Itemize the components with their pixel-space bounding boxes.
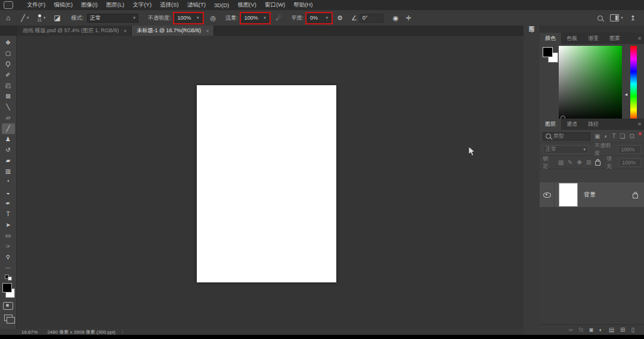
clone-stamp-tool[interactable]: ♟ — [2, 134, 15, 145]
menu-item[interactable]: 选择(S) — [156, 1, 183, 9]
panel-tab[interactable]: 颜色 — [540, 33, 561, 44]
menu-item[interactable]: 文件(F) — [23, 1, 49, 9]
healing-brush-tool[interactable]: ▱ — [2, 113, 15, 123]
home-icon[interactable]: ⌂ — [6, 14, 10, 21]
panel-tab[interactable]: 渐变 — [583, 33, 604, 44]
filter-pixel-layers-icon[interactable]: ▣ — [595, 133, 600, 139]
hand-tool[interactable]: ☞ — [2, 241, 15, 252]
pressure-opacity-icon[interactable]: ◎ — [210, 15, 216, 21]
new-layer-icon[interactable]: ⊞ — [620, 327, 625, 333]
blur-tool[interactable]: ❛ — [2, 177, 15, 188]
rectangular-marquee-tool[interactable]: ▢ — [2, 48, 15, 59]
blend-mode-select[interactable]: 正常 ▾ — [87, 14, 138, 23]
brush-tool[interactable]: ╱ — [2, 123, 15, 134]
menu-item[interactable]: 文字(Y) — [128, 1, 156, 9]
search-icon[interactable] — [597, 15, 603, 21]
brush-size-preview[interactable]: 11 — [37, 14, 41, 22]
gradient-tool[interactable]: ▥ — [2, 166, 15, 177]
smoothing-field[interactable]: 0% ▾ — [307, 14, 331, 23]
lock-paint-icon[interactable]: ✎ — [568, 160, 572, 166]
zoom-level-field[interactable]: 16.67% — [21, 329, 38, 335]
layer-row-background[interactable]: 背景 — [540, 182, 644, 208]
close-icon[interactable]: × — [123, 28, 126, 34]
add-layer-mask-icon[interactable]: ◙ — [590, 327, 593, 333]
panel-tab[interactable]: 通道 — [561, 119, 583, 130]
filter-type-layers-icon[interactable]: T — [612, 133, 616, 139]
visibility-cell[interactable] — [540, 182, 555, 207]
type-tool[interactable]: T — [2, 209, 15, 220]
chevron-down-icon[interactable]: ▾ — [44, 15, 46, 20]
panel-tab[interactable]: 色板 — [561, 33, 583, 44]
symmetry-icon[interactable]: ✛ — [405, 15, 411, 21]
foreground-color-swatch[interactable] — [543, 47, 553, 57]
close-icon[interactable]: × — [206, 28, 209, 34]
filter-shape-layers-icon[interactable]: ❑ — [620, 133, 626, 139]
fill-field[interactable]: 100% — [619, 158, 641, 167]
flow-field[interactable]: 100% ▾ — [242, 14, 269, 23]
share-icon[interactable]: ↥ — [630, 15, 636, 21]
hue-slider[interactable] — [630, 46, 637, 122]
layer-thumbnail[interactable] — [559, 183, 578, 207]
filter-toggle-icon[interactable] — [639, 132, 642, 135]
brush-angle-field[interactable]: 0° — [360, 14, 383, 23]
brush-preset-icon[interactable]: ╱ — [21, 15, 25, 21]
link-layers-icon[interactable]: ∞ — [569, 327, 573, 333]
chevron-down-icon[interactable]: ▾ — [27, 15, 29, 20]
lock-all-icon[interactable] — [595, 161, 600, 166]
foreground-color-swatch[interactable] — [2, 283, 12, 293]
menu-item[interactable]: 图层(L) — [102, 1, 129, 9]
menu-item[interactable]: 滤镜(T) — [183, 1, 210, 9]
airbrush-icon[interactable]: ☄ — [276, 15, 282, 21]
document-canvas[interactable] — [197, 85, 336, 282]
history-brush-tool[interactable]: ↺ — [2, 145, 15, 155]
lock-artboard-icon[interactable]: ⊞ — [586, 160, 591, 166]
eraser-tool[interactable]: ▰ — [2, 155, 15, 166]
layer-filter-select[interactable]: 类型 — [543, 132, 590, 141]
panel-tab[interactable]: 图层 — [540, 119, 561, 130]
character-panel-icon[interactable]: A — [524, 26, 540, 33]
menu-item[interactable]: 窗口(W) — [261, 1, 289, 9]
delete-layer-icon[interactable]: ▯ — [631, 327, 634, 333]
panel-tab[interactable]: 图案 — [604, 33, 626, 44]
quick-selection-tool[interactable]: ✐ — [2, 70, 15, 80]
menu-item[interactable]: 3D(D) — [210, 2, 233, 8]
default-colors-icon[interactable] — [5, 275, 12, 281]
panel-tab[interactable]: 路径 — [583, 119, 604, 130]
smoothing-options-gear-icon[interactable]: ⚙ — [337, 15, 343, 21]
dodge-tool[interactable]: ◒ — [2, 188, 15, 198]
tab-huazhi-moban[interactable]: 画纸 模版.psd @ 57.4% (图层 1, RGB/8) × — [18, 26, 132, 36]
layer-style-icon[interactable]: fx — [579, 327, 584, 333]
frame-tool[interactable]: ⊠ — [2, 91, 15, 102]
quick-mask-mode-icon[interactable] — [3, 302, 13, 310]
menu-item[interactable]: 帮助(H) — [289, 1, 317, 9]
panel-menu-icon[interactable]: ≡ — [638, 35, 641, 41]
path-selection-tool[interactable]: ➤ — [2, 220, 15, 231]
layer-blend-mode-select[interactable]: 正常 ▾ — [543, 145, 589, 154]
adjustment-layer-icon[interactable]: ◐ — [599, 327, 603, 333]
lock-transparency-icon[interactable]: ▨ — [558, 160, 564, 166]
tab-untitled-1[interactable]: 未标题-1 @ 16.7%(RGB/8) × — [132, 26, 214, 36]
panel-menu-icon[interactable]: ≡ — [638, 121, 641, 127]
menu-item[interactable]: 视图(V) — [233, 1, 261, 9]
photoshop-logo-icon[interactable] — [4, 1, 13, 9]
edit-toolbar-button[interactable]: ⋯ — [2, 263, 15, 273]
hue-slider-arrow-icon[interactable]: ◂ — [625, 92, 627, 97]
filter-adjustment-layers-icon[interactable]: ◐ — [604, 133, 608, 139]
menu-item[interactable]: 编辑(E) — [49, 1, 77, 9]
eyedropper-tool[interactable]: ╲ — [2, 102, 15, 113]
workspace-switcher-icon[interactable] — [610, 14, 619, 21]
pen-tool[interactable]: ✒ — [2, 198, 15, 209]
opacity-field[interactable]: 100% ▾ — [175, 14, 202, 23]
zoom-tool[interactable]: ⚲ — [2, 252, 15, 263]
screen-mode-icon[interactable] — [4, 315, 13, 321]
new-group-icon[interactable]: ▤ — [609, 327, 614, 333]
toggle-brush-panel-icon[interactable]: ◪ — [54, 14, 60, 21]
layer-opacity-field[interactable]: 100% — [618, 145, 641, 154]
rectangle-tool[interactable]: ▭ — [2, 231, 15, 241]
menu-item[interactable]: 图像(I) — [77, 1, 102, 9]
chevron-down-icon[interactable]: ▾ — [621, 15, 623, 20]
lock-position-icon[interactable]: ✥ — [577, 160, 581, 166]
pressure-size-icon[interactable]: ◉ — [393, 15, 399, 21]
crop-tool[interactable]: ◰ — [2, 80, 15, 91]
lasso-tool[interactable]: Ϙ — [2, 59, 15, 70]
